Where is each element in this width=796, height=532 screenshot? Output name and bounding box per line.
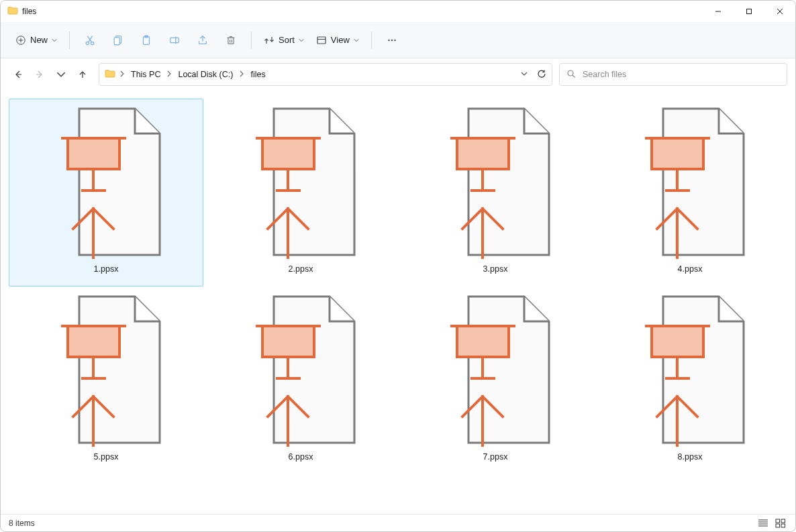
separator <box>69 32 70 49</box>
refresh-button[interactable] <box>537 69 546 81</box>
chevron-right-icon <box>239 70 244 79</box>
svg-point-26 <box>394 39 395 40</box>
file-thumbnail <box>438 105 552 259</box>
close-button[interactable] <box>764 1 795 22</box>
svg-line-31 <box>573 75 575 78</box>
svg-rect-22 <box>317 37 326 44</box>
window-controls <box>703 1 795 22</box>
chevron-down-icon <box>52 38 57 43</box>
file-item[interactable]: 3.ppsx <box>398 99 593 286</box>
delete-button[interactable] <box>217 28 244 52</box>
cut-button[interactable] <box>77 28 103 52</box>
explorer-window: files New <box>0 0 796 532</box>
svg-rect-58 <box>262 326 314 357</box>
addressbar-right <box>521 69 546 81</box>
svg-rect-79 <box>781 524 785 527</box>
navigation-row: This PCLocal Disk (C:)files <box>1 58 795 91</box>
sort-button[interactable]: Sort <box>258 31 309 50</box>
file-name: 7.ppsx <box>483 452 508 462</box>
breadcrumb-segment[interactable]: files <box>248 68 267 81</box>
maximize-button[interactable] <box>734 1 764 22</box>
titlebar: files <box>1 1 795 22</box>
svg-rect-1 <box>747 9 752 14</box>
file-thumbnail <box>633 292 747 447</box>
svg-point-24 <box>388 39 389 40</box>
rename-button[interactable] <box>161 28 188 52</box>
search-box[interactable] <box>559 63 787 86</box>
file-thumbnail <box>244 292 358 447</box>
copy-button[interactable] <box>105 28 132 52</box>
file-name: 8.ppsx <box>678 452 703 462</box>
chevron-right-icon <box>119 70 125 79</box>
nav-arrows <box>9 68 92 81</box>
address-bar[interactable]: This PCLocal Disk (C:)files <box>99 63 552 86</box>
forward-button[interactable] <box>33 68 46 81</box>
separator <box>251 32 252 49</box>
status-bar: 8 items <box>1 514 795 531</box>
folder-icon <box>105 68 115 81</box>
history-dropdown[interactable] <box>521 70 528 79</box>
file-thumbnail <box>49 292 163 447</box>
svg-point-8 <box>91 42 93 44</box>
back-button[interactable] <box>11 68 25 81</box>
chevron-down-icon <box>299 38 304 43</box>
status-text: 8 items <box>9 519 35 528</box>
chevron-right-icon <box>166 70 172 79</box>
breadcrumb-segment[interactable]: Local Disk (C:) <box>176 68 235 81</box>
separator <box>371 32 372 49</box>
svg-rect-15 <box>170 38 179 42</box>
window-title: files <box>22 7 36 16</box>
file-thumbnail <box>244 105 358 259</box>
sort-button-label: Sort <box>279 35 295 45</box>
svg-rect-63 <box>457 326 509 357</box>
breadcrumb-segment[interactable]: This PC <box>129 68 162 81</box>
file-name: 2.ppsx <box>289 264 313 274</box>
file-item[interactable]: 7.ppsx <box>398 286 593 474</box>
recent-button[interactable] <box>54 68 68 81</box>
svg-point-30 <box>568 70 573 76</box>
svg-rect-53 <box>68 326 119 357</box>
breadcrumbs: This PCLocal Disk (C:)files <box>129 68 268 81</box>
file-thumbnail <box>49 105 163 259</box>
svg-rect-17 <box>228 38 234 44</box>
file-item[interactable]: 4.ppsx <box>593 99 787 286</box>
svg-rect-77 <box>781 519 785 523</box>
folder-icon <box>7 5 18 18</box>
thumbnails-view-button[interactable] <box>774 518 787 529</box>
details-view-button[interactable] <box>756 518 770 529</box>
up-button[interactable] <box>76 68 89 81</box>
svg-rect-38 <box>262 138 314 169</box>
new-button[interactable]: New <box>10 31 62 50</box>
file-thumbnail <box>438 292 552 447</box>
svg-rect-12 <box>114 37 119 44</box>
toolbar: New Sort View <box>1 22 795 58</box>
svg-rect-78 <box>776 524 780 527</box>
view-button-label: View <box>331 35 350 45</box>
chevron-down-icon <box>354 38 359 43</box>
view-toggles <box>756 518 787 529</box>
file-thumbnail <box>633 105 747 259</box>
search-icon <box>566 69 576 81</box>
svg-point-7 <box>86 42 89 44</box>
file-item[interactable]: 8.ppsx <box>593 286 787 474</box>
svg-point-25 <box>391 39 393 40</box>
view-button[interactable]: View <box>311 31 364 50</box>
file-item[interactable]: 1.ppsx <box>9 99 203 286</box>
file-name: 5.ppsx <box>94 452 119 462</box>
search-input[interactable] <box>581 69 780 80</box>
file-item[interactable]: 2.ppsx <box>203 99 398 286</box>
svg-rect-48 <box>652 138 703 169</box>
file-name: 3.ppsx <box>483 264 508 274</box>
file-item[interactable]: 5.ppsx <box>9 286 203 474</box>
more-button[interactable] <box>379 28 405 52</box>
file-name: 6.ppsx <box>289 452 313 462</box>
file-name: 4.ppsx <box>678 264 703 274</box>
minimize-button[interactable] <box>703 1 734 22</box>
paste-button[interactable] <box>133 28 160 52</box>
new-button-label: New <box>30 35 48 45</box>
svg-rect-43 <box>457 138 509 169</box>
content-area[interactable]: 1.ppsx 2.ppsx 3.ppsx <box>1 91 795 514</box>
share-button[interactable] <box>189 28 216 52</box>
file-item[interactable]: 6.ppsx <box>203 286 398 474</box>
svg-rect-68 <box>652 326 703 357</box>
